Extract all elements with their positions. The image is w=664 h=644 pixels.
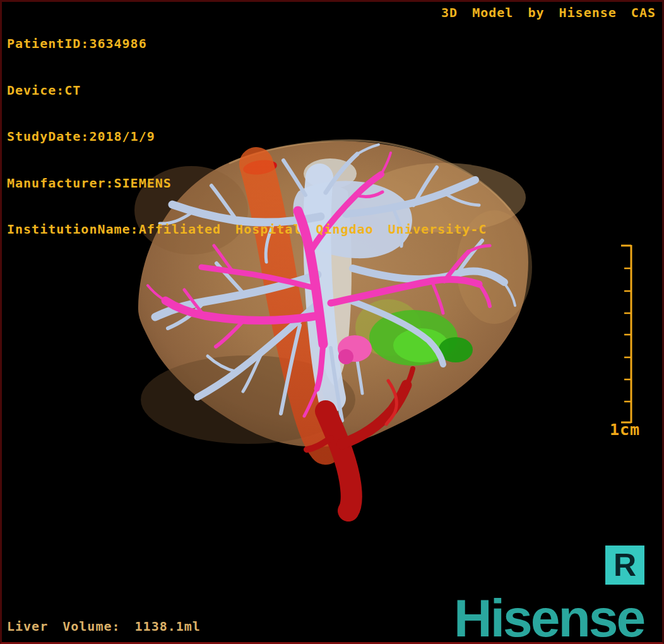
watermark-text: 3D Model by Hisense CAS: [441, 5, 656, 21]
scale-label: 1cm: [610, 422, 640, 438]
liver-volume-readout: Liver Volume: 1138.1ml: [7, 619, 201, 635]
scale-bar: [621, 245, 631, 423]
institution-line: InstitutionName:Affiliated Hospital Qing…: [7, 222, 487, 237]
hisense-logo: Hisense: [454, 592, 644, 644]
app-window: PatientID:3634986 Device:CT StudyDate:20…: [0, 0, 664, 644]
patient-id-line: PatientID:3634986: [7, 36, 487, 52]
orientation-marker-r: R: [605, 546, 644, 585]
patient-info-overlay: PatientID:3634986 Device:CT StudyDate:20…: [7, 5, 487, 268]
device-line: Device:CT: [7, 83, 487, 98]
manufacturer-line: Manufacturer:SIEMENS: [7, 176, 487, 191]
study-date-line: StudyDate:2018/1/9: [7, 129, 487, 145]
